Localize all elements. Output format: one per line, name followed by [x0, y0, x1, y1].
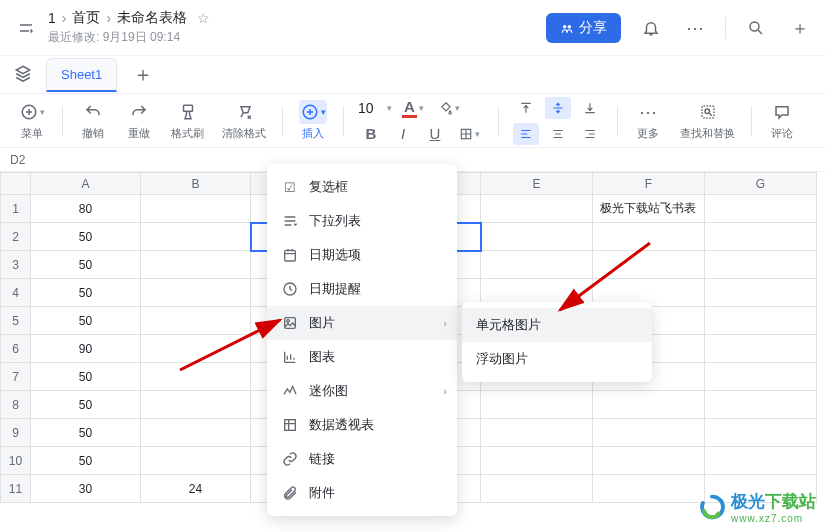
- cell[interactable]: 50: [31, 223, 141, 251]
- menu-dropdown-list[interactable]: 下拉列表: [267, 204, 457, 238]
- add-sheet-button[interactable]: ＋: [125, 61, 161, 88]
- search-icon[interactable]: [742, 14, 770, 42]
- cell[interactable]: [705, 419, 817, 447]
- cell[interactable]: [141, 419, 251, 447]
- cell[interactable]: [141, 307, 251, 335]
- more-button[interactable]: ⋯ 更多: [626, 98, 670, 143]
- cell[interactable]: [705, 223, 817, 251]
- cell[interactable]: [141, 195, 251, 223]
- row-header[interactable]: 4: [1, 279, 31, 307]
- align-right-button[interactable]: [577, 123, 603, 145]
- text-color-button[interactable]: A▾: [398, 97, 428, 119]
- clear-format-button[interactable]: 清除格式: [214, 98, 274, 143]
- find-replace-button[interactable]: 查找和替换: [672, 98, 743, 143]
- bold-button[interactable]: B: [358, 123, 384, 145]
- menu-date-remind[interactable]: 日期提醒: [267, 272, 457, 306]
- bell-icon[interactable]: [637, 14, 665, 42]
- cell[interactable]: [705, 391, 817, 419]
- cell[interactable]: 30: [31, 475, 141, 503]
- row-header[interactable]: 9: [1, 419, 31, 447]
- cell[interactable]: 50: [31, 391, 141, 419]
- cell[interactable]: 50: [31, 307, 141, 335]
- cell[interactable]: [141, 279, 251, 307]
- cell[interactable]: [481, 195, 593, 223]
- menu-sparkline[interactable]: 迷你图›: [267, 374, 457, 408]
- undo-button[interactable]: 撤销: [71, 98, 115, 143]
- cell[interactable]: [705, 251, 817, 279]
- cell[interactable]: [705, 195, 817, 223]
- menu-attachment[interactable]: 附件: [267, 476, 457, 510]
- submenu-float-image[interactable]: 浮动图片: [462, 342, 652, 376]
- italic-button[interactable]: I: [390, 123, 416, 145]
- cell[interactable]: 极光下载站飞书表: [593, 195, 705, 223]
- row-header[interactable]: 1: [1, 195, 31, 223]
- col-header[interactable]: A: [31, 173, 141, 195]
- cell[interactable]: 50: [31, 447, 141, 475]
- row-header[interactable]: 11: [1, 475, 31, 503]
- layers-icon[interactable]: [8, 64, 38, 86]
- cell[interactable]: 90: [31, 335, 141, 363]
- cell[interactable]: [481, 475, 593, 503]
- menu-pivot[interactable]: 数据透视表: [267, 408, 457, 442]
- row-header[interactable]: 10: [1, 447, 31, 475]
- cell[interactable]: [141, 251, 251, 279]
- cell[interactable]: [705, 363, 817, 391]
- cell[interactable]: [705, 447, 817, 475]
- cell[interactable]: 50: [31, 251, 141, 279]
- menu-image[interactable]: 图片›: [267, 306, 457, 340]
- font-size-select[interactable]: 10▾: [358, 100, 392, 116]
- cell[interactable]: 50: [31, 419, 141, 447]
- col-header[interactable]: G: [705, 173, 817, 195]
- valign-top-button[interactable]: [513, 97, 539, 119]
- star-icon[interactable]: ☆: [197, 10, 210, 26]
- menu-checkbox[interactable]: ☑复选框: [267, 170, 457, 204]
- cell[interactable]: [481, 391, 593, 419]
- cell[interactable]: [481, 223, 593, 251]
- redo-button[interactable]: 重做: [117, 98, 161, 143]
- format-painter-button[interactable]: 格式刷: [163, 98, 212, 143]
- row-header[interactable]: 7: [1, 363, 31, 391]
- cell[interactable]: [141, 447, 251, 475]
- align-center-button[interactable]: [545, 123, 571, 145]
- row-header[interactable]: 8: [1, 391, 31, 419]
- border-button[interactable]: ▾: [454, 123, 484, 145]
- cell[interactable]: [593, 447, 705, 475]
- comment-button[interactable]: 评论: [760, 98, 804, 143]
- row-header[interactable]: 2: [1, 223, 31, 251]
- breadcrumb-home[interactable]: 首页: [72, 9, 100, 27]
- menu-link[interactable]: 链接: [267, 442, 457, 476]
- col-header[interactable]: E: [481, 173, 593, 195]
- cell[interactable]: 50: [31, 279, 141, 307]
- cell[interactable]: [141, 335, 251, 363]
- select-all-corner[interactable]: [1, 173, 31, 195]
- cell[interactable]: [141, 391, 251, 419]
- cell[interactable]: 80: [31, 195, 141, 223]
- cell[interactable]: [481, 447, 593, 475]
- cell[interactable]: [705, 307, 817, 335]
- submenu-cell-image[interactable]: 单元格图片: [462, 308, 652, 342]
- more-icon[interactable]: ⋯: [681, 14, 709, 42]
- insert-button[interactable]: ▾ 插入: [291, 98, 335, 143]
- menu-date-option[interactable]: 日期选项: [267, 238, 457, 272]
- col-header[interactable]: B: [141, 173, 251, 195]
- row-header[interactable]: 5: [1, 307, 31, 335]
- menu-chart[interactable]: 图表: [267, 340, 457, 374]
- cell[interactable]: 50: [31, 363, 141, 391]
- align-left-button[interactable]: [513, 123, 539, 145]
- cell[interactable]: [705, 335, 817, 363]
- cell[interactable]: [593, 223, 705, 251]
- tab-sheet1[interactable]: Sheet1: [46, 58, 117, 92]
- cell[interactable]: [593, 419, 705, 447]
- fill-color-button[interactable]: ▾: [434, 97, 464, 119]
- share-button[interactable]: 分享: [546, 13, 621, 43]
- cell[interactable]: [593, 475, 705, 503]
- valign-middle-button[interactable]: [545, 97, 571, 119]
- cell[interactable]: [705, 279, 817, 307]
- cell[interactable]: 24: [141, 475, 251, 503]
- valign-bottom-button[interactable]: [577, 97, 603, 119]
- row-header[interactable]: 3: [1, 251, 31, 279]
- col-header[interactable]: F: [593, 173, 705, 195]
- underline-button[interactable]: U: [422, 123, 448, 145]
- cell[interactable]: [481, 251, 593, 279]
- menu-button[interactable]: ▾ 菜单: [10, 98, 54, 143]
